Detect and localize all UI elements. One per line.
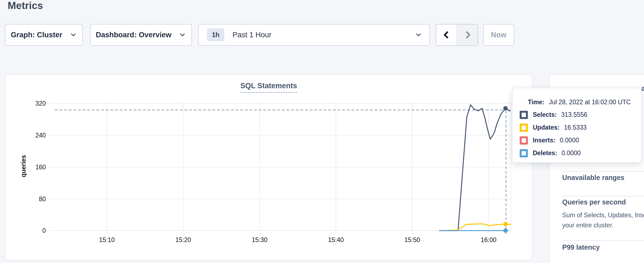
tooltip-time-row: Time: Jul 28, 2022 at 16:02:00 UTC <box>513 96 641 108</box>
chevron-down-icon <box>179 31 186 39</box>
y-tick-label: 240 <box>22 131 46 139</box>
graph-dropdown-label: Graph: Cluster <box>11 31 62 39</box>
y-tick-label: 0 <box>22 227 46 235</box>
side-heading-p99-latency: P99 latency <box>562 243 600 251</box>
time-range-badge: 1h <box>207 28 224 41</box>
chevron-right-icon <box>463 30 472 39</box>
selects-series-swatch-icon <box>520 111 528 119</box>
time-stepper <box>436 24 478 46</box>
divider <box>562 196 644 196</box>
time-forward-button[interactable] <box>457 25 478 45</box>
chevron-down-icon <box>70 31 77 39</box>
chart-hover-tooltip: Time: Jul 28, 2022 at 16:02:00 UTC Selec… <box>512 88 642 163</box>
tooltip-series-label: Updates: <box>533 124 559 131</box>
tooltip-row: Deletes:0.0000 <box>513 147 641 160</box>
sql-statements-chart[interactable] <box>5 75 532 260</box>
tooltip-series-label: Inserts: <box>533 137 555 144</box>
x-tick-label: 15:40 <box>320 236 352 244</box>
tooltip-series-value: 16.5333 <box>564 124 586 131</box>
tooltip-series-value: 313.5556 <box>561 111 587 118</box>
dashboard-dropdown[interactable]: Dashboard: Overview <box>90 24 192 46</box>
tooltip-series-value: 0.0000 <box>561 149 580 157</box>
tooltip-series-rows: Selects:313.5556Updates:16.5333Inserts:0… <box>513 108 641 160</box>
dashboard-dropdown-label: Dashboard: Overview <box>96 31 171 39</box>
tooltip-series-value: 0.0000 <box>560 137 579 144</box>
x-tick-label: 15:10 <box>91 236 123 244</box>
divider <box>562 240 644 241</box>
updates-series-swatch-icon <box>520 124 528 132</box>
tooltip-series-label: Selects: <box>533 111 557 118</box>
time-back-button[interactable] <box>436 25 457 45</box>
inserts-series-swatch-icon <box>520 136 528 145</box>
y-tick-label: 80 <box>22 195 46 203</box>
tooltip-series-label: Deletes: <box>533 149 557 157</box>
side-description-line: Sum of Selects, Updates, Inser <box>562 212 644 219</box>
x-tick-label: 16:00 <box>472 236 505 244</box>
page-title: Metrics <box>8 0 43 11</box>
graph-dropdown[interactable]: Graph: Cluster <box>5 24 83 46</box>
chart-title[interactable]: SQL Statements <box>240 82 297 93</box>
tooltip-row: Updates:16.5333 <box>513 121 641 134</box>
x-tick-label: 15:50 <box>396 236 429 244</box>
metrics-page: Metrics Graph: Cluster Dashboard: Overvi… <box>0 0 644 263</box>
x-tick-label: 15:30 <box>243 236 276 244</box>
time-range-selector[interactable]: 1h Past 1 Hour <box>198 24 430 46</box>
tooltip-row: Inserts:0.0000 <box>513 134 641 147</box>
chevron-down-icon <box>415 31 422 39</box>
chevron-left-icon <box>442 30 451 39</box>
tooltip-time-value: Jul 28, 2022 at 16:02:00 UTC <box>549 99 631 106</box>
time-range-label: Past 1 Hour <box>233 31 272 39</box>
now-button[interactable]: Now <box>483 24 514 46</box>
sql-statements-chart-card: SQL Statements queries 320240160800 15:1… <box>5 74 532 261</box>
divider <box>562 171 644 172</box>
tooltip-time-label: Time: <box>528 99 544 106</box>
now-button-label: Now <box>491 31 507 39</box>
tooltip-row: Selects:313.5556 <box>513 108 641 121</box>
side-heading-unavailable-ranges: Unavailable ranges <box>562 174 624 182</box>
y-tick-label: 160 <box>22 163 46 171</box>
side-heading-queries-per-second: Queries per second <box>562 198 626 206</box>
side-description-line: your entire cluster. <box>562 222 613 229</box>
x-tick-label: 15:20 <box>167 236 200 244</box>
deletes-series-swatch-icon <box>520 149 528 157</box>
y-tick-label: 320 <box>22 99 46 108</box>
